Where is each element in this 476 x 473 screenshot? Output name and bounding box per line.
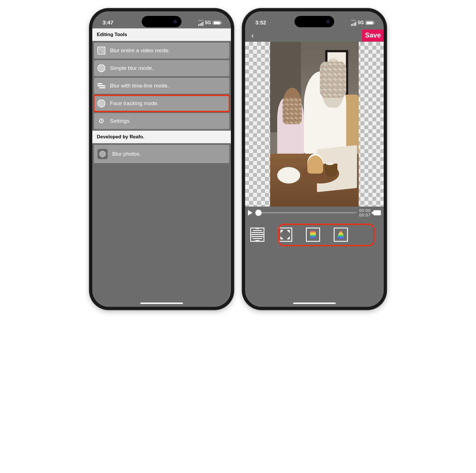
tool-settings[interactable]: ⚙ Settings — [94, 113, 229, 129]
video-canvas[interactable] — [245, 42, 384, 207]
section-header-tools: Editing Tools — [92, 28, 231, 41]
dynamic-island — [142, 16, 181, 27]
play-button[interactable] — [248, 210, 252, 216]
back-button[interactable]: ‹ — [249, 30, 256, 42]
tool-list-editing: Blur entire a video mode. Simple blur mo… — [92, 41, 231, 131]
scrubber[interactable] — [255, 212, 356, 213]
tool-label: Simple blur mode. — [110, 65, 153, 71]
editor-header: ‹ Save — [245, 30, 384, 42]
network-label: 5G — [205, 20, 211, 25]
face-blur-region[interactable] — [283, 98, 302, 124]
time-display: 00:00 00:07 — [359, 208, 371, 217]
photo-app-icon — [97, 149, 108, 159]
rainbow-drop-icon — [338, 230, 344, 239]
editor-toolbar — [245, 219, 384, 250]
signal-dots-icon: •••• — [199, 20, 203, 21]
expand-icon — [279, 228, 291, 241]
status-indicators: •••• 5G — [351, 20, 373, 26]
stripe-icon — [251, 228, 264, 241]
tool-simple-blur[interactable]: Simple blur mode. — [94, 60, 229, 76]
status-time: 3:52 — [255, 20, 266, 26]
camera-icon[interactable] — [373, 210, 381, 215]
home-indicator[interactable] — [293, 303, 336, 304]
tool-label: Face tracking mode. — [110, 100, 159, 107]
tool-list-developer: Blur photos. — [92, 143, 231, 165]
tool-label: Blur entire a video mode. — [110, 47, 170, 54]
dynamic-island — [295, 16, 334, 27]
tool-stripe-button[interactable] — [250, 228, 264, 242]
phone-right: 3:52 •••• 5G ‹ Save — [242, 9, 387, 310]
tool-rainbow-drop-button[interactable] — [334, 228, 348, 242]
network-label: 5G — [358, 20, 364, 25]
home-indicator[interactable] — [140, 303, 183, 304]
tool-label: Settings — [110, 118, 130, 124]
highlight-outline — [278, 224, 375, 246]
stripe-circle-icon — [97, 64, 105, 72]
hatch-icon — [97, 47, 105, 55]
stripe-circle-icon — [97, 99, 105, 107]
status-time: 3:47 — [103, 20, 113, 26]
tool-blur-entire[interactable]: Blur entire a video mode. — [94, 43, 229, 59]
tool-label: Blur photos. — [112, 151, 141, 157]
status-indicators: •••• 5G — [198, 20, 221, 26]
face-blur-region[interactable] — [320, 62, 346, 98]
video-frame — [270, 42, 359, 207]
phone-left: 3:47 •••• 5G Editing Tools Blur entire a… — [89, 9, 234, 310]
gear-icon: ⚙ — [97, 117, 105, 125]
save-button[interactable]: Save — [362, 30, 384, 41]
tool-face-tracking[interactable]: Face tracking mode. — [94, 95, 229, 111]
signal-bars-icon — [198, 22, 203, 26]
section-header-developer: Developed by Reafo. — [92, 131, 231, 143]
timeline-bars-icon — [97, 82, 105, 90]
tool-rainbow-square-button[interactable] — [306, 228, 320, 242]
time-total: 00:07 — [359, 213, 371, 217]
player-bar: 00:00 00:07 — [245, 207, 384, 219]
battery-icon — [366, 21, 373, 25]
tool-expand-button[interactable] — [278, 228, 292, 242]
signal-dots-icon: •••• — [351, 20, 356, 21]
time-current: 00:00 — [359, 208, 371, 213]
tool-timeline-blur[interactable]: Blur with time-line mode. — [94, 78, 229, 94]
rainbow-square-icon — [310, 231, 316, 238]
tool-label: Blur with time-line mode. — [110, 83, 169, 89]
scrubber-thumb[interactable] — [255, 210, 262, 216]
tool-blur-photos[interactable]: Blur photos. — [94, 145, 229, 163]
battery-icon — [213, 21, 221, 25]
signal-bars-icon — [351, 22, 356, 26]
